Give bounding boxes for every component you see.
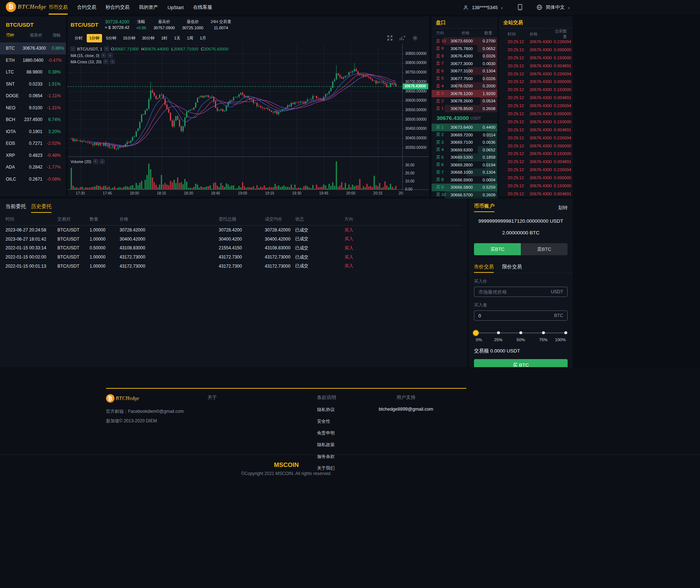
mobile-app-icon[interactable] (518, 4, 523, 11)
buy-amount-input[interactable] (478, 313, 554, 318)
bid-row[interactable]: 买 730668.10000.1304 (432, 169, 497, 176)
timeframe-15分钟[interactable]: 15分钟 (120, 34, 138, 42)
bid-row[interactable]: 买 630669.28000.0194 (432, 161, 497, 169)
buy-price-input[interactable] (478, 289, 551, 295)
footer-terms-title: 条款说明 (317, 394, 336, 401)
collapse-legend-icon[interactable]: − (71, 46, 75, 51)
coin-row-LTC[interactable]: LTC88.98000.38% (0, 66, 66, 78)
legend-settings-icon[interactable]: ≡ (104, 46, 109, 51)
bid-row[interactable]: 买 930666.58000.5259 (432, 184, 497, 191)
orders-tab-当前委托[interactable]: 当前委托 (5, 203, 26, 213)
coin-row-DOGE[interactable]: DOGE0.0654-1.11% (0, 90, 66, 102)
bid-row[interactable]: 买 530669.53000.1858 (432, 154, 497, 161)
slider-dot-0[interactable] (473, 330, 479, 336)
order-cell: 买入 (345, 245, 467, 251)
coin-row-EOS[interactable]: EOS0.7271-2.02% (0, 137, 66, 150)
ob-price: 30666.5700 (451, 193, 473, 197)
ma-cross-close-icon[interactable]: x (110, 59, 115, 64)
ask-row[interactable]: 卖 130678.85000.2608 (432, 105, 497, 113)
buy-price-field: USDT (474, 287, 568, 297)
trade-qty: 0.090000 (554, 48, 571, 52)
slider-dot-100[interactable] (564, 331, 567, 334)
order-type-tab-市价交易[interactable]: 市价交易 (474, 264, 494, 273)
language-selector[interactable]: 简体中文 (546, 4, 565, 11)
order-row: 2022-01-15 00:02:00BTC/USDT1.0000043172.… (0, 253, 467, 262)
bid-row[interactable]: 买 830666.59000.0004 (432, 176, 497, 184)
footer-link-隐私政策[interactable]: 隐私政策 (317, 442, 336, 448)
timeframe-1周[interactable]: 1周 (184, 34, 196, 42)
fullscreen-icon[interactable] (387, 35, 393, 41)
slider-dot-50[interactable] (519, 331, 522, 334)
candlestick-chart[interactable] (68, 44, 429, 197)
nav-item-币币交易[interactable]: 币币交易 (49, 0, 68, 15)
coin-row-IOTA[interactable]: IOTA0.19013.20% (0, 126, 66, 138)
footer-link-安全性[interactable]: 安全性 (317, 418, 336, 425)
bid-row[interactable]: 买 330669.71000.0036 (432, 139, 497, 146)
timeframe-1时[interactable]: 1时 (159, 34, 170, 42)
nav-item-UpStart[interactable]: UpStart (168, 0, 184, 15)
timeframe-1月[interactable]: 1月 (197, 34, 208, 42)
user-menu-chevron[interactable]: ‹ (501, 5, 503, 10)
timeframe-分时[interactable]: 分时 (72, 34, 85, 42)
coin-row-XRP[interactable]: XRP0.4823-0.48% (0, 150, 66, 162)
ask-row[interactable]: 卖 730677.30000.0030 (432, 60, 497, 68)
coin-symbol: ADA (6, 165, 23, 170)
coin-row-ETH[interactable]: ETH1880.0400-0.47% (0, 54, 66, 67)
footer-support-email[interactable]: btchedge8899@gmail.com (369, 407, 443, 412)
order-cell: BTC/USDT (57, 237, 90, 242)
bid-row[interactable]: 买 230669.72000.0114 (432, 131, 497, 139)
bid-row[interactable]: 买 1030666.57000.2609 (432, 191, 497, 199)
coin-row-NEO[interactable]: NEO9.0100-1.31% (0, 102, 66, 114)
ask-row[interactable]: 卖 630677.31000.1304 (432, 67, 497, 75)
user-phone-number[interactable]: 138****5345 (472, 5, 498, 10)
settings-gear-icon[interactable] (412, 35, 418, 41)
bid-row[interactable]: 买 430669.63000.0652 (432, 146, 497, 154)
ma-close-icon[interactable]: x (108, 53, 113, 58)
coin-row-BCH[interactable]: BCH237.45006.74% (0, 114, 66, 126)
nav-item-我的资产[interactable]: 我的资产 (139, 0, 158, 15)
bid-row[interactable]: 买 130673.64000.4400 (432, 124, 497, 131)
footer-link-免责申明[interactable]: 免责申明 (317, 430, 336, 436)
brand-logo[interactable]: ₿ BTCHedge (6, 2, 46, 12)
stat-value: 11.0074 (211, 26, 231, 30)
sell-btc-toggle[interactable]: 卖BTC (521, 243, 568, 255)
nav-item-合约交易[interactable]: 合约交易 (77, 0, 96, 15)
ask-row[interactable]: 卖 530677.75000.0326 (432, 75, 497, 83)
timeframe-30分钟[interactable]: 30分钟 (140, 34, 157, 42)
coin-row-OILC[interactable]: OILC0.2671-0.08% (0, 173, 66, 185)
timeframe-1分钟[interactable]: 1分钟 (87, 34, 102, 42)
footer-bitcoin-icon: ₿ (106, 394, 114, 403)
orders-tab-历史委托[interactable]: 历史委托 (31, 203, 52, 213)
nav-item-在线客服[interactable]: 在线客服 (193, 0, 212, 15)
timeframe-1天[interactable]: 1天 (172, 34, 183, 42)
ask-row[interactable]: 卖 1030673.65000.2700 (432, 37, 497, 45)
ask-row[interactable]: 卖 330678.12001.9200 (432, 90, 497, 98)
coin-row-SNT[interactable]: SNT0.02331.51% (0, 78, 66, 90)
volume-close-icon[interactable]: x (100, 159, 105, 164)
coin-row-BTC[interactable]: BTC30676.43000.86% (0, 42, 66, 54)
coin-symbol: LTC (6, 69, 23, 75)
volume-settings-icon[interactable]: ≡ (93, 159, 98, 164)
buy-btc-toggle[interactable]: 买BTC (474, 243, 521, 255)
last-price-usd: ≈ $ 30728.42 (105, 25, 129, 30)
order-cell: 43108.83000 (265, 245, 295, 250)
slider-dot-25[interactable] (497, 331, 500, 334)
transfer-link[interactable]: 划转 (558, 204, 568, 211)
ma-cross-settings-icon[interactable]: ≡ (104, 59, 108, 64)
slider-dot-75[interactable] (542, 331, 545, 334)
coin-row-ADA[interactable]: ADA0.2842-1.77% (0, 161, 66, 173)
order-type-tab-限价交易[interactable]: 限价交易 (502, 264, 522, 273)
ask-row[interactable]: 卖 430678.02000.2000 (432, 82, 497, 90)
indicator-icon[interactable] (399, 35, 406, 41)
timeframe-5分钟[interactable]: 5分钟 (104, 34, 119, 42)
footer-link-隐私协议[interactable]: 隐私协议 (317, 407, 336, 413)
ma-settings-icon[interactable]: ≡ (101, 53, 106, 58)
language-chevron[interactable]: ‹ (568, 5, 570, 10)
market-sidebar: BTC/USDT 币种 最新价 涨幅 BTC30676.43000.86%ETH… (0, 16, 66, 197)
nav-item-秒合约交易[interactable]: 秒合约交易 (106, 0, 129, 15)
ask-row[interactable]: 卖 930675.78000.0652 (432, 45, 497, 53)
ask-row[interactable]: 卖 830676.43000.0326 (432, 52, 497, 60)
col-time: 时间 (508, 31, 530, 37)
ask-row[interactable]: 卖 230678.26000.0534 (432, 97, 497, 105)
percent-label-100%: 100% (555, 338, 566, 342)
